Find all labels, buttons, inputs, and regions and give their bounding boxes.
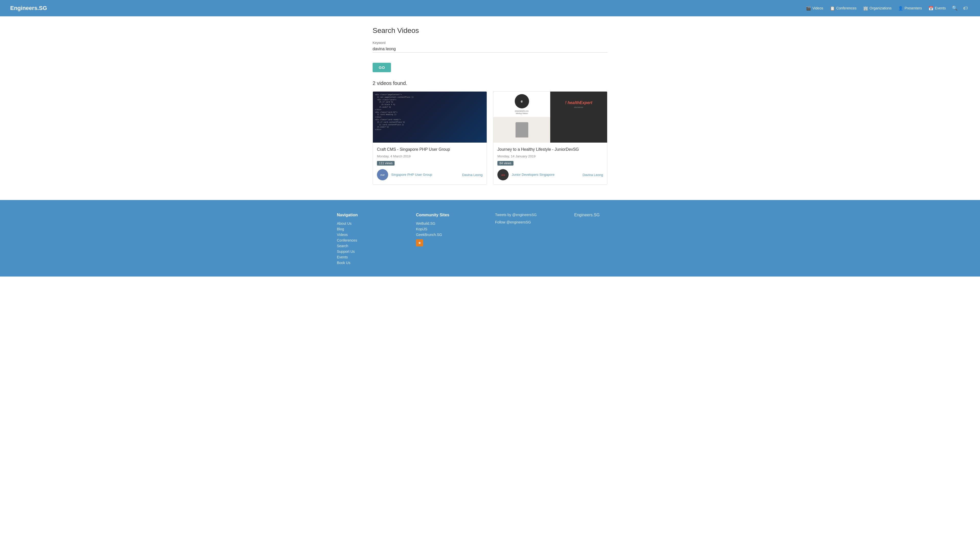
footer-community-section: Community Sites WeBuild.SG KopiJS GeekBr…	[416, 213, 485, 266]
thumb-dark-area	[550, 117, 607, 143]
views-badge-1: 84 views	[497, 161, 514, 165]
thumb-person-area	[493, 117, 550, 143]
video-meta-1: JDS Junior Developers Singapore Davina L…	[497, 169, 603, 180]
video-title-1: Journey to a Healthy Lifestyle - JuniorD…	[497, 147, 603, 152]
footer-nav-section: Navigation About Us Blog Videos Conferen…	[337, 213, 406, 266]
engineers-sg-e-letter: e	[521, 99, 523, 103]
footer-link-kopijs[interactable]: KopiJS	[416, 227, 485, 231]
nav-conferences[interactable]: 📋 Conferences	[827, 4, 859, 12]
php-logo-svg: PHP	[379, 171, 386, 178]
org-name-0[interactable]: Singapore PHP User Group	[391, 173, 432, 177]
conferences-icon: 📋	[830, 6, 835, 11]
views-badge-0: 111 views	[377, 161, 395, 165]
organizations-icon: 🏢	[863, 6, 868, 11]
footer-link-webuild[interactable]: WeBuild.SG	[416, 221, 485, 225]
footer-link-geekbrunch[interactable]: GeekBrunch.SG	[416, 233, 485, 237]
nav-organizations[interactable]: 🏢 Organizations	[861, 4, 894, 12]
footer-brand-section: Engineers.SG	[574, 213, 643, 266]
footer-link-support[interactable]: Support Us	[337, 249, 406, 254]
jds-logo-svg: JDS	[500, 171, 506, 178]
video-date-0: Monday, 4 March 2019	[377, 154, 483, 158]
video-date-1: Monday, 14 January 2019	[497, 154, 603, 158]
person-silhouette	[515, 122, 528, 138]
video-thumbnail-1: e ENGINEERS.SGMeetup Videos ! healthExpe…	[493, 92, 607, 143]
main-content: Search Videos Keyword GO 2 videos found.…	[368, 16, 612, 200]
code-thumbnail: <div class="pageContent"> {{ not pageCon…	[373, 92, 487, 143]
nav-videos[interactable]: 🎬 Videos	[803, 4, 826, 12]
tag-icon-button[interactable]: 🏷	[961, 4, 970, 13]
page-title: Search Videos	[372, 27, 608, 35]
search-section: Keyword	[372, 41, 608, 52]
svg-text:PHP: PHP	[380, 174, 385, 176]
health-expert-text: ! healthExpert	[565, 100, 592, 105]
brand-logo[interactable]: Engineers.SG	[10, 5, 47, 11]
main-nav: 🎬 Videos 📋 Conferences 🏢 Organizations 👤…	[803, 4, 970, 13]
tweets-link[interactable]: Tweets by @engineersSG	[495, 213, 564, 217]
footer-link-search[interactable]: Search	[337, 244, 406, 248]
footer-link-blog[interactable]: Blog	[337, 227, 406, 231]
follow-link[interactable]: Follow @engineersSG	[495, 220, 531, 224]
org-logo-0: PHP	[377, 169, 388, 180]
search-input[interactable]	[372, 46, 608, 52]
rss-icon[interactable]: ★	[416, 239, 423, 246]
site-footer: Navigation About Us Blog Videos Conferen…	[0, 200, 980, 276]
video-thumbnail-0: <div class="pageContent"> {{ not pageCon…	[373, 92, 487, 143]
health-expert-subtitle: disclaimer	[574, 106, 583, 108]
search-icon-button[interactable]: 🔍	[950, 4, 959, 13]
video-title-0: Craft CMS - Singapore PHP User Group	[377, 147, 483, 152]
video-card-0[interactable]: <div class="pageContent"> {{ not pageCon…	[372, 91, 487, 185]
nav-presenters[interactable]: 👤 Presenters	[896, 4, 924, 12]
engineers-sg-thumb-label: ENGINEERS.SGMeetup Videos	[515, 110, 528, 114]
presenters-icon: 👤	[898, 6, 903, 11]
video-card-1[interactable]: e ENGINEERS.SGMeetup Videos ! healthExpe…	[493, 91, 608, 185]
presenter-0[interactable]: Davina Leong	[462, 173, 483, 177]
video-grid: <div class="pageContent"> {{ not pageCon…	[372, 91, 608, 185]
keyword-label: Keyword	[372, 41, 608, 44]
footer-nav-title: Navigation	[337, 213, 406, 218]
video-info-0: Craft CMS - Singapore PHP User Group Mon…	[373, 143, 487, 184]
events-icon: 📅	[928, 6, 934, 11]
footer-link-conferences[interactable]: Conferences	[337, 238, 406, 242]
health-expert-area: ! healthExpert disclaimer	[550, 92, 607, 117]
presenter-1[interactable]: Davina Leong	[583, 173, 603, 177]
footer-link-events[interactable]: Events	[337, 255, 406, 259]
footer-twitter-section: Tweets by @engineersSG Follow @engineers…	[495, 213, 564, 266]
results-count: 2 videos found.	[372, 80, 608, 86]
site-header: Engineers.SG 🎬 Videos 📋 Conferences 🏢 Or…	[0, 0, 980, 16]
thumb-logo-area: e ENGINEERS.SGMeetup Videos	[493, 92, 550, 117]
nav-events[interactable]: 📅 Events	[926, 4, 948, 12]
org-logo-1: JDS	[497, 169, 509, 180]
org-name-1[interactable]: Junior Developers Singapore	[512, 173, 555, 177]
videos-icon: 🎬	[806, 6, 811, 11]
engineers-sg-logo-circle: e	[515, 94, 529, 108]
footer-grid: Navigation About Us Blog Videos Conferen…	[337, 213, 643, 266]
footer-community-title: Community Sites	[416, 213, 485, 218]
footer-link-book[interactable]: Book Us	[337, 261, 406, 265]
footer-brand-link[interactable]: Engineers.SG	[574, 213, 600, 217]
footer-link-about[interactable]: About Us	[337, 221, 406, 225]
video-meta-0: PHP Singapore PHP User Group Davina Leon…	[377, 169, 483, 180]
footer-link-videos[interactable]: Videos	[337, 233, 406, 237]
svg-text:JDS: JDS	[501, 174, 505, 176]
video-info-1: Journey to a Healthy Lifestyle - JuniorD…	[493, 143, 607, 184]
go-button[interactable]: GO	[372, 63, 391, 72]
